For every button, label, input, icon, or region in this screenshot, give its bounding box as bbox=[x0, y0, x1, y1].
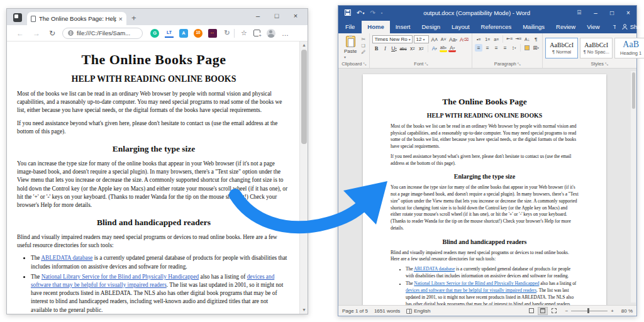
word-scrollbar[interactable] bbox=[631, 71, 636, 303]
translate-pages-icon[interactable]: A bbox=[179, 29, 188, 38]
undo-icon[interactable]: ↶▾ bbox=[357, 9, 364, 16]
print-layout-icon[interactable] bbox=[538, 307, 548, 315]
tab-layout[interactable]: Layout bbox=[446, 21, 475, 33]
borders-icon[interactable]: ⊞▾ bbox=[532, 44, 540, 52]
zoom-slider[interactable] bbox=[571, 311, 608, 311]
tab-view[interactable]: View bbox=[581, 21, 605, 33]
clear-formatting-icon[interactable]: A⌫ bbox=[459, 36, 469, 43]
proofing-book-icon[interactable] bbox=[406, 309, 412, 314]
style-heading1[interactable]: AaB Heading 1 bbox=[614, 38, 644, 58]
zoom-out-icon[interactable]: − bbox=[565, 308, 569, 314]
languagetool-icon[interactable]: LT bbox=[165, 29, 174, 38]
subscript-icon[interactable]: x2 bbox=[409, 45, 416, 52]
cut-icon[interactable]: ✂ bbox=[361, 36, 365, 42]
copy-icon[interactable]: ❏ bbox=[361, 43, 365, 48]
tab-design[interactable]: Design bbox=[416, 21, 446, 33]
hyperlink[interactable]: National Library Service for the Blind a… bbox=[42, 274, 199, 280]
zoom-percentage[interactable]: 80 % bbox=[616, 308, 633, 314]
hyperlink[interactable]: National Library Service for the Blind a… bbox=[414, 280, 539, 286]
word-close-button[interactable]: × bbox=[620, 6, 636, 19]
word-scrollbar-thumb[interactable] bbox=[632, 72, 635, 109]
decrease-indent-icon[interactable]: ⇤≡ bbox=[506, 35, 513, 43]
numbering-icon[interactable]: 1≡ bbox=[484, 35, 491, 43]
highlight-color-icon[interactable]: ab▾ bbox=[440, 45, 447, 52]
justify-icon[interactable]: ≡ bbox=[501, 44, 509, 52]
tab-mailings[interactable]: Mailings bbox=[517, 21, 550, 33]
address-bar[interactable]: file:///C:/Files/Sam... bbox=[62, 28, 143, 39]
stats-bars-icon[interactable]: ▪▪ bbox=[208, 29, 217, 38]
browser-maximize-button[interactable]: □ bbox=[267, 9, 286, 23]
bullets-icon[interactable]: •≡ bbox=[475, 35, 482, 43]
sort-icon[interactable]: A↓ bbox=[523, 35, 531, 43]
shrink-font-icon[interactable]: A˅ bbox=[440, 36, 447, 43]
sync-ring-icon[interactable]: ↻ bbox=[223, 29, 231, 38]
ribbon-display-options-icon[interactable]: ⌸ bbox=[571, 6, 587, 19]
grow-font-icon[interactable]: A˄ bbox=[430, 36, 438, 43]
tab-home[interactable]: Home bbox=[362, 21, 389, 33]
scroll-down-icon[interactable]: ▼ bbox=[300, 306, 308, 314]
change-case-icon[interactable]: Aa▾ bbox=[448, 36, 458, 43]
browser-active-tab[interactable]: The Online Books Page: Help wit × bbox=[27, 12, 126, 25]
grammarly-icon[interactable]: G bbox=[150, 29, 159, 38]
customize-qat-icon[interactable]: ▪ bbox=[381, 11, 382, 15]
tell-me-box[interactable]: Tell me what you want to bbox=[606, 21, 616, 33]
tab-insert[interactable]: Insert bbox=[390, 21, 416, 33]
scroll-up-icon[interactable]: ▲ bbox=[300, 42, 308, 49]
bold-icon[interactable]: B bbox=[372, 45, 380, 52]
hyperlink[interactable]: ABLEDATA database bbox=[41, 255, 92, 261]
text-effects-icon[interactable]: A▾ bbox=[431, 45, 438, 52]
shading-icon[interactable] bbox=[523, 44, 531, 52]
scrollbar-thumb[interactable] bbox=[301, 50, 307, 144]
tab-file[interactable]: File bbox=[338, 21, 362, 33]
font-size-select[interactable]: 12▾ bbox=[414, 35, 429, 43]
tab-references[interactable]: References bbox=[475, 21, 518, 33]
more-menu-icon[interactable]: … bbox=[282, 30, 289, 37]
language-indicator[interactable]: English bbox=[414, 308, 430, 314]
profile-avatar[interactable] bbox=[267, 29, 275, 38]
italic-icon[interactable]: I bbox=[381, 45, 389, 52]
underline-icon[interactable]: U▾ bbox=[390, 45, 397, 52]
font-color-icon[interactable]: A▾ bbox=[448, 45, 456, 52]
refresh-icon[interactable]: ↻ bbox=[49, 29, 55, 38]
format-painter-icon[interactable]: 🖉 bbox=[361, 50, 365, 54]
line-spacing-icon[interactable]: ↕▾ bbox=[510, 44, 518, 52]
tab-review[interactable]: Review bbox=[550, 21, 581, 33]
style-no-spacing[interactable]: AaBbCcI ¶ No Spac... bbox=[580, 38, 613, 58]
browser-scrollbar[interactable]: ▲ ▼ bbox=[299, 42, 308, 314]
pilcrow-icon[interactable]: ¶ bbox=[532, 35, 540, 43]
collections-icon[interactable] bbox=[253, 30, 260, 36]
hyperlink[interactable]: devices and software that may be helpful… bbox=[406, 287, 536, 293]
page-indicator[interactable]: Page 1 of 5 bbox=[342, 308, 368, 314]
browser-close-button[interactable]: × bbox=[286, 9, 305, 23]
superscript-icon[interactable]: x2 bbox=[418, 45, 425, 52]
tab-close-icon[interactable]: × bbox=[119, 15, 123, 23]
forward-icon[interactable]: → bbox=[33, 29, 40, 38]
browser-minimize-button[interactable]: – bbox=[248, 9, 267, 23]
align-right-icon[interactable]: ≡ bbox=[492, 44, 500, 52]
strikethrough-icon[interactable]: abc bbox=[399, 45, 407, 52]
paste-button[interactable]: Paste ▾ bbox=[341, 35, 360, 60]
favorites-star-icon[interactable]: ☆ bbox=[241, 29, 247, 37]
zoom-in-icon[interactable]: + bbox=[611, 308, 614, 314]
increase-indent-icon[interactable]: ⇥≡ bbox=[514, 35, 522, 43]
new-tab-button[interactable]: + bbox=[131, 13, 136, 23]
word-count[interactable]: 1651 words bbox=[374, 308, 400, 314]
redo-icon[interactable]: ↷ bbox=[370, 9, 375, 16]
word-maximize-button[interactable]: □ bbox=[604, 6, 620, 19]
word-document-page[interactable]: The Online Books Page HELP WITH READING … bbox=[363, 74, 606, 305]
share-button[interactable]: Share bbox=[616, 21, 644, 33]
align-left-icon[interactable]: ≡ bbox=[475, 44, 482, 52]
tab-actions-menu-icon[interactable] bbox=[13, 13, 22, 22]
word-minimize-button[interactable]: – bbox=[587, 6, 604, 19]
ten-burst-icon[interactable]: 10 bbox=[194, 29, 203, 38]
save-icon[interactable] bbox=[345, 9, 351, 16]
align-center-icon[interactable]: ≡ bbox=[484, 44, 491, 52]
back-icon[interactable]: ← bbox=[16, 29, 24, 38]
font-name-select[interactable]: Times New Ro▾ bbox=[372, 35, 413, 43]
multilevel-list-icon[interactable]: a≡ bbox=[492, 35, 500, 43]
read-mode-icon[interactable] bbox=[526, 307, 536, 315]
zoom-slider-thumb[interactable] bbox=[587, 308, 589, 313]
web-layout-icon[interactable] bbox=[549, 307, 559, 315]
hyperlink[interactable]: ABLEDATA database bbox=[414, 266, 455, 272]
style-normal[interactable]: AaBbCcI ¶ Normal bbox=[545, 38, 578, 58]
